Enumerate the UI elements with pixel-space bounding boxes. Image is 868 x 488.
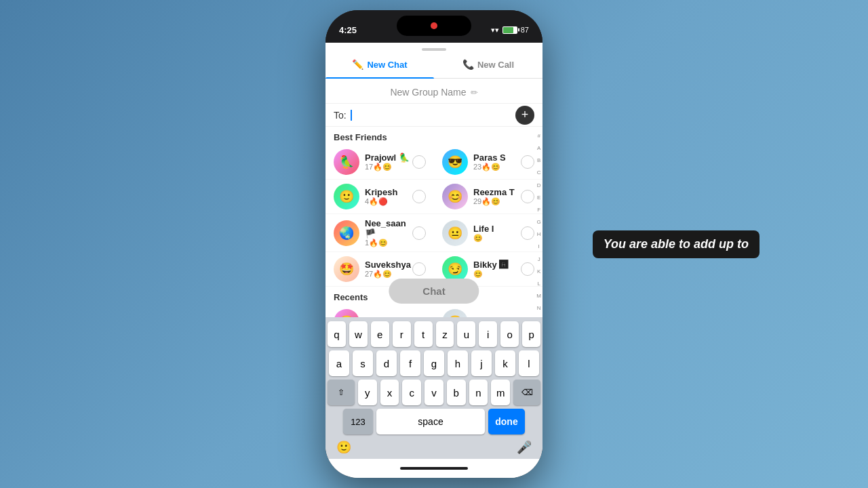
list-item[interactable]: 😊 Reezma T 29🔥😊: [434, 180, 542, 214]
list-item[interactable]: 🦜 Prajowl 🦜 17🔥😊: [326, 145, 434, 180]
alpha-J[interactable]: J: [536, 256, 541, 262]
emoji-button[interactable]: 🙂: [336, 440, 351, 455]
select-circle[interactable]: [412, 262, 426, 276]
key-f[interactable]: f: [400, 350, 420, 376]
alpha-F[interactable]: F: [536, 207, 541, 213]
select-circle[interactable]: [412, 190, 426, 203]
select-circle[interactable]: [521, 262, 534, 276]
alpha-B[interactable]: B: [536, 157, 541, 163]
status-icons: ▾▾ 87: [491, 26, 529, 35]
key-x[interactable]: x: [380, 380, 399, 405]
done-key[interactable]: done: [488, 409, 525, 434]
key-l[interactable]: l: [519, 350, 539, 376]
key-j[interactable]: j: [471, 350, 492, 376]
alpha-G[interactable]: G: [536, 219, 541, 225]
battery-fill: [503, 27, 513, 33]
group-name-row[interactable]: New Group Name ✏: [326, 79, 542, 104]
select-circle[interactable]: [521, 190, 534, 203]
contact-score: 27🔥😊: [365, 270, 412, 279]
home-indicator: [326, 459, 542, 478]
to-input[interactable]: [351, 109, 534, 121]
battery-tip: [518, 28, 519, 32]
key-p[interactable]: p: [522, 321, 540, 347]
key-r[interactable]: r: [393, 321, 411, 347]
contact-score: 23🔥😊: [473, 163, 521, 171]
select-circle[interactable]: [521, 155, 534, 169]
list-item[interactable]: 😊 Sandy🔥: [326, 305, 434, 317]
key-e[interactable]: e: [371, 321, 389, 347]
home-bar[interactable]: [400, 467, 468, 470]
key-n[interactable]: n: [469, 380, 488, 405]
shift-key[interactable]: ⇧: [328, 380, 355, 405]
space-key[interactable]: space: [376, 409, 485, 434]
contact-score: 😊: [473, 234, 521, 243]
microphone-button[interactable]: 🎤: [517, 440, 532, 455]
alpha-H[interactable]: H: [536, 231, 541, 237]
tooltip-text: You are able to add up to: [604, 237, 749, 251]
alpha-L[interactable]: L: [536, 281, 541, 287]
alpha-K[interactable]: K: [536, 268, 541, 274]
select-circle[interactable]: [412, 226, 426, 240]
add-recipient-button[interactable]: +: [515, 106, 534, 125]
text-cursor: [351, 110, 352, 121]
contact-info: Prajowl 🦜 17🔥😊: [365, 152, 412, 171]
to-field: To: +: [326, 104, 542, 127]
contact-info: Paras S 23🔥😊: [473, 152, 521, 171]
key-b[interactable]: b: [447, 380, 466, 405]
contact-score: 29🔥😊: [473, 197, 521, 206]
alpha-N[interactable]: N: [536, 305, 541, 311]
edit-group-name-icon: ✏: [471, 87, 478, 98]
avatar: 🦜: [334, 149, 359, 175]
contact-name: Paras S: [473, 152, 521, 163]
chat-button[interactable]: Chat: [389, 279, 479, 304]
contact-score: 1🔥😊: [365, 239, 412, 247]
alpha-D[interactable]: D: [536, 182, 541, 188]
key-t[interactable]: t: [414, 321, 433, 347]
keyboard-row-1: q w e r t z u i o p: [328, 321, 540, 347]
key-v[interactable]: v: [425, 380, 443, 405]
alpha-E[interactable]: E: [536, 195, 541, 201]
key-i[interactable]: i: [479, 321, 497, 347]
tab-new-chat[interactable]: ✏️ New Chat: [326, 51, 434, 78]
key-q[interactable]: q: [328, 321, 346, 347]
select-circle[interactable]: [521, 226, 534, 240]
battery-icon: [502, 26, 517, 34]
key-k[interactable]: k: [495, 350, 515, 376]
list-item[interactable]: 🙂 Kripesh 4🔥🔴: [326, 180, 434, 214]
list-item[interactable]: 😐 Life I 😊: [434, 214, 542, 252]
alpha-M[interactable]: M: [536, 293, 541, 299]
contact-info: Suvekshya 27🔥😊: [365, 260, 412, 279]
key-m[interactable]: m: [491, 380, 510, 405]
key-c[interactable]: c: [402, 380, 421, 405]
key-y[interactable]: y: [358, 380, 377, 405]
keyboard-row-3: ⇧ y x c v b n m ⌫: [328, 380, 540, 405]
alpha-C[interactable]: C: [536, 169, 541, 176]
key-d[interactable]: d: [376, 350, 397, 376]
contact-name: Suvekshya: [365, 260, 412, 270]
done-label: done: [495, 416, 517, 427]
numbers-key[interactable]: 123: [343, 409, 373, 434]
key-o[interactable]: o: [500, 321, 519, 347]
dynamic-island: [397, 16, 471, 36]
list-item[interactable]: 😎 Paras S 23🔥😊: [434, 145, 542, 180]
wifi-icon: ▾▾: [491, 26, 499, 35]
status-bar: 4:25 ▾▾ 87: [326, 10, 542, 43]
avatar: 😐: [442, 220, 468, 246]
list-item[interactable]: 🌏 Nee_saan🏴 1🔥😊: [326, 214, 434, 252]
key-w[interactable]: w: [349, 321, 368, 347]
key-g[interactable]: g: [424, 350, 444, 376]
delete-key[interactable]: ⌫: [513, 380, 540, 405]
key-z[interactable]: z: [436, 321, 454, 347]
key-u[interactable]: u: [457, 321, 475, 347]
tab-new-call[interactable]: 📞 New Call: [434, 51, 542, 78]
alpha-#[interactable]: #: [536, 133, 541, 139]
alpha-A[interactable]: A: [536, 145, 541, 151]
alpha-I[interactable]: I: [536, 243, 541, 249]
tooltip-banner: You are able to add up to: [593, 230, 760, 258]
contact-name: Bikky 🅰: [473, 260, 521, 270]
key-h[interactable]: h: [448, 350, 468, 376]
list-item[interactable]: 😐 bish_69: [434, 305, 542, 317]
key-a[interactable]: a: [329, 350, 349, 376]
key-s[interactable]: s: [353, 350, 373, 376]
select-circle[interactable]: [412, 155, 426, 169]
